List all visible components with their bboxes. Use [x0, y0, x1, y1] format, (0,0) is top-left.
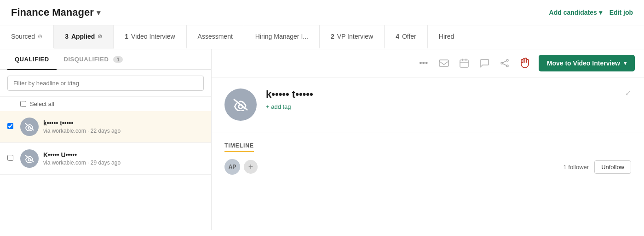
candidate-detail: k••••• t••••• + add tag ⤢	[212, 77, 644, 132]
svg-point-4	[506, 59, 508, 61]
right-panel: ••• Move t	[212, 49, 644, 230]
stage-tab-label: Applied	[71, 33, 95, 40]
applied-count: 3	[65, 33, 69, 40]
page-header: Finance Manager ▾ Add candidates ▾ Edit …	[0, 0, 644, 25]
candidate-name: K••••• U•••••	[43, 151, 204, 159]
more-options-icon[interactable]: •••	[417, 57, 430, 70]
candidate-info: k••••• t••••• via workable.com · 22 days…	[43, 119, 204, 134]
filter-input[interactable]	[7, 76, 204, 91]
svg-point-5	[501, 62, 503, 64]
select-all-label: Select all	[30, 100, 54, 107]
header-actions: Add candidates ▾ Edit job	[549, 9, 633, 16]
stage-tab-offer[interactable]: 4 Offer	[385, 25, 428, 49]
page-title: Finance Manager	[11, 6, 94, 18]
avatar	[20, 118, 39, 136]
svg-rect-2	[439, 60, 448, 66]
candidate-item[interactable]: K••••• U••••• via workable.com · 29 days…	[0, 143, 211, 175]
timeline-avatars: AP +	[224, 159, 258, 175]
candidate-checkbox[interactable]	[7, 155, 13, 161]
stage-tab-label: Video Interview	[131, 33, 175, 40]
email-icon[interactable]	[437, 57, 450, 70]
stage-tabs: Sourced ⊘ 3 Applied ⊘ 1 Video Interview …	[0, 25, 644, 49]
unfollow-button[interactable]: Unfollow	[594, 160, 631, 174]
detail-avatar	[224, 88, 257, 121]
video-count: 1	[125, 33, 128, 40]
follower-section: 1 follower Unfollow	[564, 160, 632, 174]
tab-qualified[interactable]: QUALIFIED	[7, 49, 57, 70]
stage-tab-label: Offer	[402, 33, 416, 40]
candidate-meta: via workable.com · 22 days ago	[43, 128, 204, 134]
stage-tab-hiring-manager[interactable]: Hiring Manager I...	[244, 25, 320, 49]
move-to-video-interview-button[interactable]: Move to Video Interview ▾	[539, 55, 635, 71]
left-panel: QUALIFIED DISQUALIFIED 1 Select all	[0, 49, 212, 230]
add-candidates-button[interactable]: Add candidates ▾	[549, 9, 602, 16]
select-all-row: Select all	[0, 97, 211, 111]
candidate-name: k••••• t•••••	[43, 119, 204, 127]
share-icon[interactable]	[498, 57, 511, 70]
candidate-checkbox-wrap	[7, 123, 16, 130]
timeline-label: TIMELINE	[224, 142, 254, 152]
candidate-checkbox[interactable]	[7, 123, 13, 129]
candidate-checkbox-wrap	[7, 155, 16, 162]
disqualified-badge: 1	[113, 56, 123, 63]
svg-point-0	[28, 127, 30, 129]
stage-tab-vp-interview[interactable]: 2 VP Interview	[320, 25, 385, 49]
svg-rect-3	[460, 60, 468, 67]
stage-tab-sourced[interactable]: Sourced ⊘	[0, 25, 54, 49]
svg-point-6	[506, 65, 508, 67]
stage-tab-assessment[interactable]: Assessment	[187, 25, 244, 49]
filter-icon-sourced: ⊘	[38, 33, 42, 40]
tab-disqualified[interactable]: DISQUALIFIED 1	[57, 49, 130, 70]
calendar-icon[interactable]	[458, 57, 471, 70]
candidate-info: K••••• U••••• via workable.com · 29 days…	[43, 151, 204, 166]
add-follower-button[interactable]: +	[244, 160, 258, 174]
page-title-group: Finance Manager ▾	[11, 6, 100, 18]
timeline-user-avatar: AP	[224, 159, 240, 175]
offer-count: 4	[396, 33, 399, 40]
filter-icon-applied: ⊘	[98, 33, 102, 40]
follower-count: 1 follower	[564, 164, 589, 171]
stage-tab-applied[interactable]: 3 Applied ⊘	[54, 25, 114, 49]
move-btn-arrow: ▾	[624, 60, 627, 66]
svg-point-1	[28, 159, 30, 161]
candidate-list: k••••• t••••• via workable.com · 22 days…	[0, 111, 211, 230]
select-all-checkbox[interactable]	[20, 101, 26, 107]
timeline-row: AP + 1 follower Unfollow	[224, 159, 631, 175]
stage-tab-label: Assessment	[198, 33, 233, 40]
stage-tab-label: Sourced	[11, 33, 35, 40]
chat-icon[interactable]	[478, 57, 491, 70]
stop-icon[interactable]	[518, 57, 531, 70]
stage-tab-label: Hiring Manager I...	[255, 33, 308, 40]
detail-candidate-name: k••••• t•••••	[266, 88, 616, 100]
vp-count: 2	[331, 33, 334, 40]
svg-point-7	[239, 105, 242, 108]
title-dropdown-icon[interactable]: ▾	[97, 8, 100, 17]
candidate-detail-info: k••••• t••••• + add tag	[266, 88, 616, 110]
expand-icon[interactable]: ⤢	[625, 88, 631, 97]
move-btn-label: Move to Video Interview	[547, 59, 620, 67]
add-tag-button[interactable]: + add tag	[266, 103, 616, 110]
edit-job-button[interactable]: Edit job	[610, 9, 633, 16]
candidate-sub-tabs: QUALIFIED DISQUALIFIED 1	[0, 49, 211, 70]
candidate-item[interactable]: k••••• t••••• via workable.com · 22 days…	[0, 111, 211, 143]
stage-tab-hired[interactable]: Hired	[428, 25, 465, 49]
avatar	[20, 149, 39, 168]
timeline-section: TIMELINE AP + 1 follower Unfollow	[212, 132, 644, 184]
filter-input-wrap	[0, 70, 211, 97]
action-bar: ••• Move t	[212, 49, 644, 77]
candidate-meta: via workable.com · 29 days ago	[43, 159, 204, 166]
main-layout: QUALIFIED DISQUALIFIED 1 Select all	[0, 49, 644, 230]
stage-tab-video-interview[interactable]: 1 Video Interview	[114, 25, 186, 49]
stage-tab-label: VP Interview	[337, 33, 373, 40]
stage-tab-label: Hired	[439, 33, 454, 40]
